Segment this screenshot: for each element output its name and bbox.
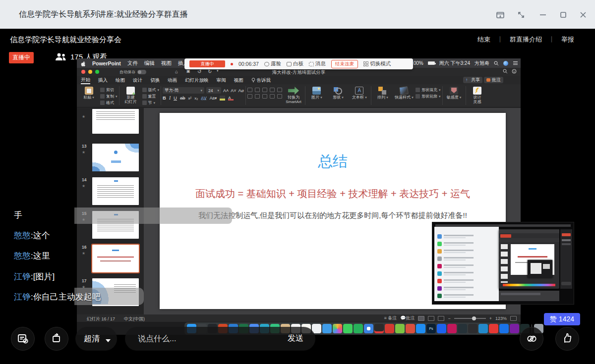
dock-safari-icon[interactable]: [364, 324, 373, 333]
highlight-color-button[interactable]: [220, 96, 225, 101]
whiteboard-button[interactable]: 白板: [287, 60, 303, 67]
dock-iina-icon[interactable]: [510, 324, 519, 333]
pin-window-icon[interactable]: [495, 9, 506, 20]
mac-menu-item[interactable]: 文件: [127, 60, 138, 67]
dock-pencil-app-icon[interactable]: [489, 324, 498, 333]
change-case-button[interactable]: Aa▾: [210, 96, 217, 101]
end-call-button[interactable]: 结束连麦: [331, 60, 358, 68]
stream-action-1[interactable]: 群直播介绍: [510, 35, 542, 44]
char-spacing-button[interactable]: A̲V̲: [201, 96, 206, 101]
slide-thumbnail-14[interactable]: [92, 177, 139, 205]
minimize-icon[interactable]: [537, 9, 548, 20]
comments-button[interactable]: 批注: [484, 77, 503, 83]
dock-photoshop-icon[interactable]: Ps: [426, 324, 436, 333]
pip-preview[interactable]: [432, 222, 574, 304]
ribbon-mini-形状轮廓[interactable]: 形状轮廓▾: [416, 94, 441, 99]
chat-panel-button[interactable]: [11, 327, 35, 351]
send-button[interactable]: 发送: [288, 333, 303, 344]
tab-绘图[interactable]: 绘图: [116, 76, 125, 84]
comments-toggle[interactable]: 💬批注: [400, 315, 415, 321]
chat-input[interactable]: [138, 327, 262, 351]
superscript-button[interactable]: x²: [188, 96, 192, 101]
zoom-in-icon[interactable]: +: [489, 316, 492, 321]
align-icon[interactable]: [277, 88, 282, 92]
slide-sorter-icon[interactable]: [428, 316, 434, 321]
dock-kugou-music-icon[interactable]: [395, 324, 405, 333]
ribbon-mini-格式[interactable]: 格式: [100, 100, 118, 105]
dock-vscode-icon[interactable]: [478, 324, 488, 333]
ribbon-mini-复制[interactable]: 复制▾: [100, 94, 118, 99]
like-button[interactable]: [555, 327, 579, 351]
strikethrough-button[interactable]: ab: [180, 95, 185, 101]
numbering-icon[interactable]: [255, 88, 260, 92]
dock-qq-icon[interactable]: [374, 324, 384, 333]
fullscreen-icon[interactable]: [516, 9, 527, 20]
chat-sender-name[interactable]: 憨憨: [14, 231, 31, 240]
ribbon-mini-剪切[interactable]: 剪切: [100, 87, 118, 93]
tab-切换[interactable]: 切换: [150, 76, 160, 84]
indent-icon[interactable]: [262, 88, 267, 92]
stream-action-0[interactable]: 结束: [477, 35, 490, 44]
slide-thumbnail-16[interactable]: [92, 245, 139, 272]
ribbon-mini-形状填充[interactable]: 形状填充▾: [416, 87, 441, 93]
ribbon-button-敏感度[interactable]: 敏感度 ▾: [444, 86, 464, 100]
switch-mode-button[interactable]: 切换模式: [363, 60, 391, 67]
dock-teamviewer-icon[interactable]: [499, 324, 509, 333]
quality-selector[interactable]: 超清: [75, 327, 117, 351]
dock-messages-icon[interactable]: [343, 324, 353, 333]
link-mic-button[interactable]: [520, 327, 543, 351]
font-resize-button-2[interactable]: A⌀: [238, 88, 244, 93]
indent-icon[interactable]: [262, 94, 267, 99]
spacing-icon[interactable]: [270, 88, 275, 92]
dock-docker-icon[interactable]: [437, 324, 446, 333]
chat-sender-name[interactable]: 憨憨: [14, 251, 31, 260]
font-color-button[interactable]: A: [228, 96, 234, 101]
spotlight-search-icon[interactable]: [494, 61, 499, 66]
ppt-search-icon[interactable]: [503, 69, 508, 74]
bullets-icon[interactable]: [247, 94, 252, 99]
tab-审阅[interactable]: 审阅: [217, 76, 226, 84]
tab-视图[interactable]: 视图: [234, 76, 243, 84]
ribbon-mini-节[interactable]: 节▾: [142, 100, 160, 105]
close-icon[interactable]: [578, 9, 589, 20]
ribbon-button-粘贴[interactable]: 粘贴 ▾: [79, 86, 99, 100]
font-resize-button-1[interactable]: A˅: [231, 88, 236, 93]
font-name-select[interactable]: 苹方-简▾: [163, 87, 204, 94]
rotate-screen-button[interactable]: [45, 327, 68, 351]
zoom-level[interactable]: 123%: [495, 316, 507, 321]
italic-button[interactable]: I: [169, 96, 171, 101]
ribbon-button-快速样式[interactable]: 快速样式 ▾: [394, 86, 414, 100]
ribbon-button-设计灵感[interactable]: 设计灵感: [468, 86, 487, 104]
ribbon-button-图片[interactable]: 图片 ▾: [307, 86, 327, 100]
mac-user[interactable]: 方旭奇: [475, 60, 489, 67]
maximize-icon[interactable]: [558, 9, 569, 20]
dock-cube-app-icon[interactable]: [447, 324, 457, 333]
ribbon-button-形状[interactable]: 形状 ▾: [328, 86, 348, 100]
control-center-icon[interactable]: [513, 61, 518, 65]
ribbon-button-文本框[interactable]: 文本框 ▾: [350, 86, 369, 100]
fit-window-icon[interactable]: [510, 316, 517, 321]
share-button[interactable]: 共享: [463, 77, 482, 83]
normal-view-icon[interactable]: [418, 316, 424, 321]
camera-button[interactable]: 露脸: [264, 60, 281, 67]
dock-wechat-icon[interactable]: [354, 324, 363, 333]
bullets-icon[interactable]: [247, 88, 252, 92]
numbering-icon[interactable]: [255, 94, 260, 99]
dock-xmind-icon[interactable]: [406, 324, 415, 333]
ribbon-button-排列[interactable]: 排列 ▾: [373, 86, 393, 100]
tab-动画[interactable]: 动画: [168, 76, 177, 84]
dock-app-store-icon[interactable]: [416, 324, 425, 333]
bold-button[interactable]: B: [163, 95, 166, 101]
stream-action-2[interactable]: 举报: [561, 35, 574, 44]
user-avatar[interactable]: [503, 61, 508, 66]
message-button[interactable]: 消息: [309, 60, 326, 67]
dock-weather-icon[interactable]: [322, 324, 332, 333]
font-resize-button-0[interactable]: A˄: [223, 88, 229, 93]
underline-button[interactable]: U: [174, 95, 177, 101]
ribbon-mini-重置[interactable]: 重置: [142, 94, 160, 99]
align-icon[interactable]: [277, 94, 282, 99]
dock-photos-icon[interactable]: [333, 324, 342, 333]
spacing-icon[interactable]: [270, 94, 275, 99]
chat-sender-name[interactable]: 江铮: [14, 272, 31, 281]
slide-thumbnail-13[interactable]: [92, 144, 139, 171]
